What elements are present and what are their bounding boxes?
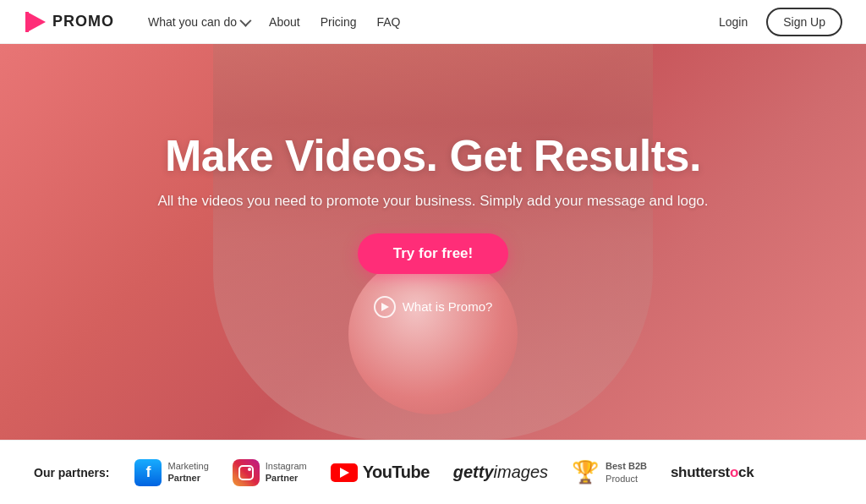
partner-facebook: f Marketing Partner: [134, 459, 208, 486]
facebook-icon: f: [134, 459, 162, 486]
hero-title: Make Videos. Get Results.: [157, 132, 708, 180]
partner-gettyimages: gettyimages: [453, 463, 548, 482]
trophy-icon: 🏆: [572, 459, 599, 485]
signup-button[interactable]: Sign Up: [766, 8, 842, 36]
logo[interactable]: PROMO: [24, 10, 114, 34]
navbar: PROMO What you can do About Pricing FAQ …: [0, 0, 866, 44]
b2b-label: Best B2B: [606, 460, 647, 472]
try-for-free-button[interactable]: Try for free!: [358, 233, 508, 274]
nav-links: What you can do About Pricing FAQ: [140, 10, 710, 34]
chevron-down-icon: [239, 14, 251, 26]
partners-label: Our partners:: [34, 466, 109, 479]
play-circle-icon: [374, 296, 396, 318]
instagram-icon: [233, 459, 260, 486]
facebook-detail: Partner: [167, 473, 208, 484]
youtube-icon: [331, 463, 358, 482]
hero-section: Make Videos. Get Results. All the videos…: [0, 44, 866, 440]
nav-what-you-can-do[interactable]: What you can do: [140, 10, 257, 34]
login-button[interactable]: Login: [710, 10, 756, 34]
nav-right: Login Sign Up: [710, 8, 842, 36]
nav-faq[interactable]: FAQ: [368, 10, 408, 34]
play-triangle-icon: [381, 303, 389, 311]
b2b-detail: Product: [606, 474, 638, 484]
youtube-text: YouTube: [363, 463, 430, 482]
what-is-promo-button[interactable]: What is Promo?: [374, 296, 493, 318]
gettyimages-text: gettyimages: [453, 463, 548, 482]
instagram-detail: Partner: [266, 473, 307, 484]
partner-instagram: Instagram Partner: [233, 459, 307, 486]
hero-content: Make Videos. Get Results. All the videos…: [140, 132, 725, 317]
hero-subtitle: All the videos you need to promote your …: [157, 193, 708, 210]
nav-about[interactable]: About: [260, 10, 309, 34]
shutterstock-text: shutterstock: [671, 464, 754, 481]
brand-name: PROMO: [52, 13, 114, 30]
partner-youtube: YouTube: [331, 463, 430, 482]
facebook-sub: Marketing: [167, 461, 208, 472]
instagram-sub: Instagram: [266, 461, 307, 472]
partner-b2b: 🏆 Best B2B Product: [572, 459, 647, 485]
partners-list: f Marketing Partner Instagram Partner: [134, 459, 832, 486]
partner-shutterstock: shutterstock: [671, 464, 754, 481]
nav-pricing[interactable]: Pricing: [312, 10, 365, 34]
partners-bar: Our partners: f Marketing Partner Instag…: [0, 440, 866, 504]
svg-marker-0: [27, 12, 46, 32]
b2b-text: Best B2B Product: [606, 460, 647, 485]
